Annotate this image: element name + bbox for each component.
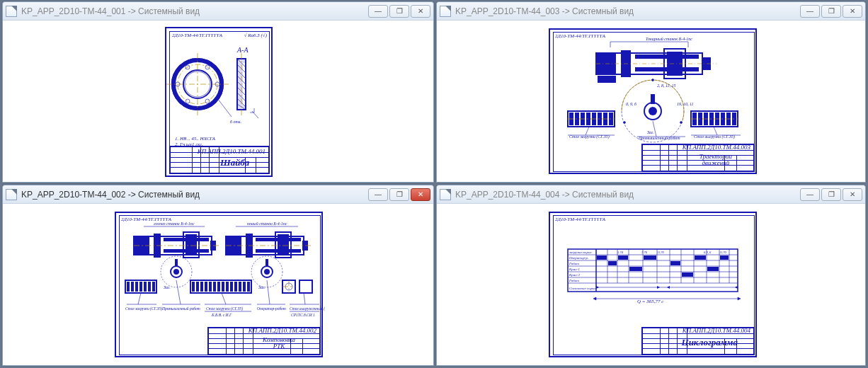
minimize-button[interactable]: —: [368, 5, 388, 18]
document-icon: [6, 189, 17, 200]
drawing-viewport[interactable]: 2Д10-ТМ-44/ТГ.ГГГГГА √ Ra6.3 (√): [3, 21, 433, 182]
svg-text:Робот: Робот: [569, 279, 579, 282]
svg-marker-195: [735, 286, 738, 289]
svg-rect-133: [239, 282, 241, 292]
title-text: KP_APP_2D10-TM-44_001 -> Системный вид: [21, 6, 200, 16]
tb-docnum: КП.АПП.2Д10.ТМ.44.004: [683, 327, 750, 334]
svg-text:Кран-1: Кран-1: [569, 268, 580, 271]
drawing-viewport[interactable]: 2Д10-ТМ-44/ТГ.ГГГГГА: [437, 21, 865, 182]
svg-rect-119: [148, 282, 151, 292]
svg-rect-124: [200, 282, 203, 292]
svg-text:логово станов Б-4-1пс: логово станов Б-4-1пс: [153, 222, 195, 226]
svg-rect-108: [175, 259, 178, 266]
svg-text:новый станов Б-4-1пс: новый станов Б-4-1пс: [247, 222, 287, 226]
close-button[interactable]: ✕: [411, 188, 430, 201]
svg-rect-185: [644, 255, 656, 260]
svg-rect-132: [234, 282, 237, 292]
svg-rect-131: [230, 282, 233, 292]
document-icon: [440, 6, 451, 17]
svg-rect-181: [597, 255, 607, 260]
svg-point-45: [649, 107, 657, 115]
svg-line-152: [304, 293, 305, 304]
svg-point-9: [205, 99, 210, 103]
svg-text:Робот: Робот: [569, 262, 579, 265]
note-1: 1. HB .. 45.. НХСГА: [175, 136, 215, 142]
maximize-button[interactable]: ❐: [821, 5, 841, 18]
svg-point-10: [185, 99, 190, 103]
svg-rect-140: [299, 280, 312, 293]
titlebar[interactable]: KP_APP_2D10-TM-44_002 -> Системный вид —…: [3, 185, 433, 204]
title-text: KP_APP_2D10-TM-44_003 -> Системный вид: [455, 6, 634, 16]
svg-rect-186: [670, 261, 680, 265]
svg-rect-120: [152, 282, 155, 292]
svg-rect-188: [695, 255, 706, 260]
svg-rect-129: [222, 282, 224, 292]
mdi-window-001[interactable]: KP_APP_2D10-TM-44_001 -> Системный вид —…: [2, 1, 434, 183]
drawing-viewport[interactable]: 2Д10-ТМ-44/ТГ.ГГГГГА: [3, 204, 433, 365]
svg-text:Оператор-р.: Оператор-р.: [569, 256, 588, 260]
svg-text:Токарный станок Б-4-1пс: Токарный станок Б-4-1пс: [646, 37, 692, 41]
svg-marker-193: [657, 286, 660, 289]
svg-rect-130: [226, 282, 229, 292]
title-text: KP_APP_2D10-TM-44_002 -> Системный вид: [21, 190, 200, 200]
svg-rect-125: [205, 282, 207, 292]
titlebar[interactable]: KP_APP_2D10-TM-44_004 -> Системный вид —…: [437, 185, 865, 204]
svg-text:А-А: А-А: [236, 46, 249, 54]
svg-text:Заг.: Заг.: [164, 285, 171, 289]
svg-rect-112: [265, 259, 268, 266]
svg-text:11.70: 11.70: [719, 251, 727, 254]
maximize-button[interactable]: ❐: [389, 5, 409, 18]
svg-line-146: [176, 280, 181, 304]
svg-text:Стол загрузки (СГ.35): Стол загрузки (СГ.35): [125, 306, 162, 311]
svg-rect-121: [190, 280, 251, 293]
svg-text:5.74: 5.74: [617, 251, 624, 254]
titlebar[interactable]: KP_APP_2D10-TM-44_001 -> Системный вид —…: [3, 2, 433, 21]
maximize-button[interactable]: ❐: [389, 188, 409, 201]
svg-rect-123: [196, 282, 199, 292]
svg-rect-98: [278, 234, 289, 255]
titlebar[interactable]: KP_APP_2D10-TM-44_003 -> Системный вид —…: [437, 2, 865, 21]
title-text: KP_APP_2D10-TM-44_004 -> Системный вид: [455, 190, 634, 200]
maximize-button[interactable]: ❐: [821, 188, 841, 201]
svg-text:загрузка сырья: загрузка сырья: [569, 251, 592, 254]
mdi-window-002[interactable]: KP_APP_2D10-TM-44_002 -> Системный вид —…: [2, 185, 434, 366]
svg-line-148: [222, 293, 226, 304]
svg-point-48: [624, 122, 626, 124]
svg-rect-135: [247, 282, 250, 292]
tb-name: Циклограмма: [682, 337, 738, 348]
drawing-viewport[interactable]: 2Д10-ТМ-44/ТГ.ГГГГГА: [437, 204, 865, 365]
close-button[interactable]: ✕: [843, 5, 862, 18]
svg-text:Заг.: Заг.: [647, 130, 654, 134]
svg-rect-117: [139, 282, 142, 292]
svg-point-107: [173, 269, 179, 275]
svg-rect-114: [127, 282, 130, 292]
svg-text:19, 10, 11: 19, 10, 11: [677, 102, 694, 106]
svg-point-111: [264, 269, 270, 275]
svg-rect-187: [682, 272, 693, 277]
svg-text:6.9, 6: 6.9, 6: [704, 251, 712, 255]
close-button[interactable]: ✕: [843, 188, 862, 201]
svg-text:Стол выгруженный (СГ.35): Стол выгруженный (СГ.35): [290, 306, 325, 311]
svg-line-144: [138, 293, 141, 304]
minimize-button[interactable]: —: [800, 188, 820, 201]
svg-line-26: [252, 111, 258, 118]
svg-rect-190: [720, 255, 729, 260]
mdi-window-004[interactable]: KP_APP_2D10-TM-44_004 -> Системный вид —…: [436, 185, 866, 366]
svg-line-150: [267, 280, 270, 304]
svg-text:СР1ТС.8.СИ 1: СР1ТС.8.СИ 1: [291, 313, 315, 317]
svg-text:0, 9, 6: 0, 9, 6: [626, 102, 636, 106]
tb-name: Шайба: [220, 157, 249, 168]
svg-rect-122: [192, 282, 195, 292]
minimize-button[interactable]: —: [800, 5, 820, 18]
minimize-button[interactable]: —: [368, 188, 388, 201]
svg-rect-118: [144, 282, 147, 292]
close-button[interactable]: ✕: [411, 5, 430, 18]
svg-marker-194: [667, 286, 670, 289]
svg-text:Заг.: Заг.: [258, 285, 265, 289]
svg-text:2, 8, 11, 15: 2, 8, 11, 15: [657, 84, 676, 88]
svg-text:Промышленный робот: Промышленный робот: [161, 306, 200, 311]
document-icon: [6, 6, 17, 17]
mdi-window-003[interactable]: KP_APP_2D10-TM-44_003 -> Системный вид —…: [436, 1, 866, 183]
svg-text:Стол загрузки (СГ.35): Стол загрузки (СГ.35): [206, 306, 243, 311]
svg-marker-211: [738, 297, 741, 300]
